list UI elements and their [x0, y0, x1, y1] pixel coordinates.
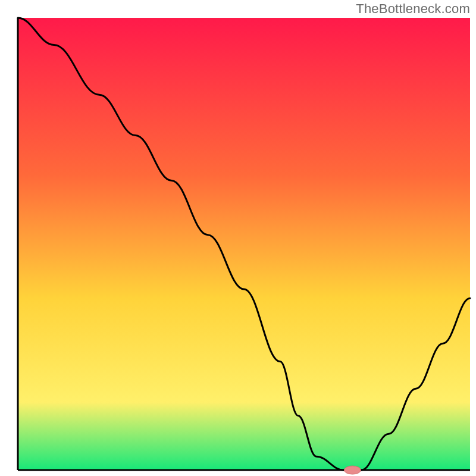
- bottleneck-chart: [0, 0, 476, 476]
- watermark-label: TheBottleneck.com: [356, 1, 470, 17]
- chart-container: { "watermark": "TheBottleneck.com", "col…: [0, 0, 476, 476]
- optimum-marker: [344, 466, 361, 474]
